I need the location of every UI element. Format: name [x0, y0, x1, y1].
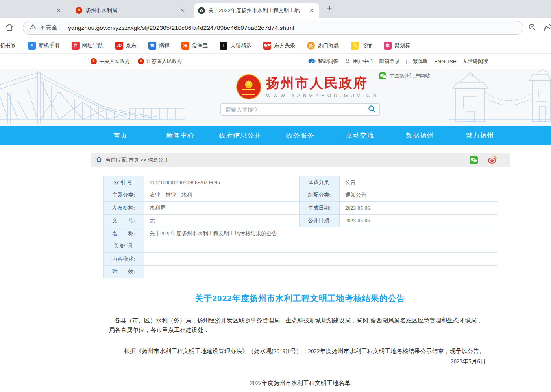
meta-value-genre: 公告 — [340, 176, 498, 189]
meta-value-publish-date: 2023-05-06 — [340, 215, 498, 228]
link-smart-qa[interactable]: 智能问答 — [308, 57, 338, 65]
taobao-icon: 淘 — [181, 42, 189, 50]
site-name: 扬州市人民政府 — [266, 75, 379, 91]
robot-icon — [308, 57, 316, 65]
link-central-gov[interactable]: 中央人民政府 — [91, 58, 130, 65]
meta-label: 关 键 词: — [104, 240, 144, 253]
browser-favicon — [198, 7, 205, 14]
tab-divider — [70, 6, 70, 14]
meta-label: 组配分类: — [300, 189, 340, 202]
article-paragraph: 根据《扬州市水利工程文明工地建设管理办法》（扬水规[2019]1号），2022年… — [109, 346, 486, 356]
eastday-icon: 东方 — [263, 42, 271, 50]
meta-value-validity — [144, 266, 498, 279]
tab-title: 关于2022年度扬州市水利工程文明工地 — [208, 7, 305, 14]
url-nav-icon: 导 — [72, 42, 80, 50]
meta-label: 索 引 号: — [104, 176, 144, 189]
meta-label: 公开日期: — [300, 215, 340, 228]
bookmarks-bar: 机书签 ≡ 新机手册 导 网址导航 JD 京东 携 携程 淘 爱淘宝 T 天猫精… — [0, 37, 551, 54]
search-icon[interactable] — [368, 105, 376, 115]
meta-value-publisher: 水利局 — [144, 202, 300, 215]
breadcrumb: 当前位置: 首页 >> 信息公开 — [91, 153, 510, 167]
site-header: 扬州市人民政府 WWW.YANGZHOU.GOV.CN 中国扬州门户网站 — [0, 69, 551, 126]
not-secure-warning-icon — [30, 24, 36, 32]
meta-value-doc-number: 无 — [144, 215, 300, 228]
wechat-share-icon[interactable] — [470, 156, 478, 164]
bridge-sketch-left — [0, 69, 205, 126]
close-icon[interactable]: × — [308, 6, 315, 15]
link-accessibility[interactable]: 无障碍阅读 — [462, 58, 488, 65]
weibo-share-icon[interactable] — [488, 155, 497, 165]
bookmark-hot-games[interactable]: 热 热门游戏 — [307, 42, 339, 50]
gov-utility-bar: 中央人民政府 江苏省人民政府 智能问答 用户中心 邮箱登录 — [0, 54, 551, 69]
home-icon[interactable] — [5, 22, 14, 33]
security-label[interactable]: 不安全 — [40, 24, 57, 31]
link-traditional-chinese[interactable]: 繁体版 — [413, 58, 428, 65]
bookmark-eastday[interactable]: 东方 东方头条 — [263, 42, 295, 50]
nav-data-yangzhou[interactable]: 数据扬州 — [390, 126, 450, 145]
meta-label: 发布机构: — [104, 202, 144, 215]
tab-partial[interactable]: × — [51, 3, 66, 18]
tab-yangzhou-water-bureau[interactable]: 扬州市水利局 × — [72, 3, 190, 18]
games-icon: 热 — [307, 42, 315, 50]
site-search — [220, 103, 380, 116]
browser-address-bar: 不安全 yangzhou.gov.cn/yzszxxgk/slj/202305/… — [0, 18, 551, 37]
national-emblem-icon — [236, 74, 261, 99]
user-icon — [344, 58, 351, 65]
site-logo[interactable]: 扬州市人民政府 WWW.YANGZHOU.GOV.CN — [236, 74, 379, 99]
meta-value-topic: 农业、林业、水利 — [144, 189, 300, 202]
breadcrumb-path[interactable]: 当前位置: 首页 >> 信息公开 — [105, 156, 168, 164]
meta-label: 体裁分类: — [300, 176, 340, 189]
nav-charming-yangzhou[interactable]: 魅力扬州 — [450, 126, 510, 145]
bookmark-aitaobao[interactable]: 淘 爱淘宝 — [181, 42, 208, 50]
bookmark-url-nav[interactable]: 导 网址导航 — [72, 42, 104, 50]
close-icon[interactable]: × — [179, 6, 186, 15]
zoom-out-icon[interactable] — [528, 23, 537, 33]
link-mail-login[interactable]: 邮箱登录 — [379, 58, 400, 65]
bookmark-phone-bookmarks[interactable]: 机书签 — [0, 42, 16, 49]
gov-emblem-favicon — [76, 7, 82, 14]
main-nav: 首页 新闻中心 政府信息公开 政务服务 互动交流 数据扬州 魅力扬州 — [0, 126, 551, 145]
search-input[interactable] — [226, 107, 368, 113]
share-icon[interactable] — [544, 23, 551, 33]
pavilion-sketch-right — [449, 69, 551, 126]
manual-icon: ≡ — [28, 42, 36, 50]
url-field[interactable]: 不安全 yangzhou.gov.cn/yzszxxgk/slj/202305/… — [23, 21, 523, 35]
nav-interaction[interactable]: 互动交流 — [330, 126, 390, 145]
meta-value-keywords — [144, 240, 498, 253]
article-date: 2023年5月6日 — [109, 358, 486, 365]
site-domain: WWW.YANGZHOU.GOV.CN — [266, 93, 379, 98]
bookmark-ctrip[interactable]: 携 携程 — [148, 42, 170, 50]
bookmark-manual[interactable]: ≡ 新机手册 — [28, 42, 60, 50]
ctrip-icon: 携 — [148, 42, 156, 50]
bookmark-fliggy[interactable]: 飞 飞猪 — [351, 42, 372, 50]
jd-icon: JD — [115, 42, 123, 50]
meta-label: 文 号: — [104, 215, 144, 228]
nav-gov-services[interactable]: 政务服务 — [270, 126, 330, 145]
link-jiangsu-gov[interactable]: 江苏省人民政府 — [138, 58, 182, 65]
bookmark-jd[interactable]: JD 京东 — [115, 42, 137, 50]
meta-value-index-number: 11321000014407098E-2023-095 — [144, 176, 300, 189]
bookmark-juhuasuan[interactable]: 聚 聚划算 — [384, 42, 410, 50]
page-url[interactable]: yangzhou.gov.cn/yzszxxgk/slj/202305/210c… — [68, 24, 294, 31]
browser-tab-bar: × 扬州市水利局 × 关于2022年度扬州市水利工程文明工地 × + — [0, 0, 551, 18]
nav-news-center[interactable]: 新闻中心 — [150, 126, 210, 145]
link-english[interactable]: ENGLISH — [434, 59, 457, 64]
nav-home[interactable]: 首页 — [91, 126, 150, 145]
wechat-icon — [379, 72, 386, 79]
bookmark-tmall[interactable]: T 天猫精选 — [220, 42, 251, 50]
nav-info-disclosure[interactable]: 政府信息公开 — [210, 126, 270, 145]
article-body: 各县（市、区）水利（务）局，扬州经济开发区城乡事务管理局，生态科技新城规划建设局… — [109, 316, 486, 356]
portal-tag[interactable]: 中国扬州门户网站 — [379, 72, 430, 79]
link-user-center[interactable]: 用户中心 — [344, 58, 373, 65]
new-tab-button[interactable]: + — [327, 4, 332, 13]
meta-value-summary — [144, 253, 498, 266]
meta-label: 时 效: — [104, 266, 144, 279]
tab-active-announcement[interactable]: 关于2022年度扬州市水利工程文明工地 × — [194, 3, 319, 18]
meta-label: 名 称: — [104, 227, 144, 240]
meta-label: 主题分类: — [104, 189, 144, 202]
meta-value-title: 关于2022年度扬州市水利工程文明工地考核结果的公告 — [144, 227, 498, 240]
close-icon[interactable]: × — [55, 6, 62, 15]
document-meta-table: 索 引 号: 11321000014407098E-2023-095 体裁分类:… — [103, 176, 498, 278]
article-title: 关于2022年度扬州市水利工程文明工地考核结果的公告 — [91, 293, 510, 304]
juhuasuan-icon: 聚 — [384, 42, 392, 50]
